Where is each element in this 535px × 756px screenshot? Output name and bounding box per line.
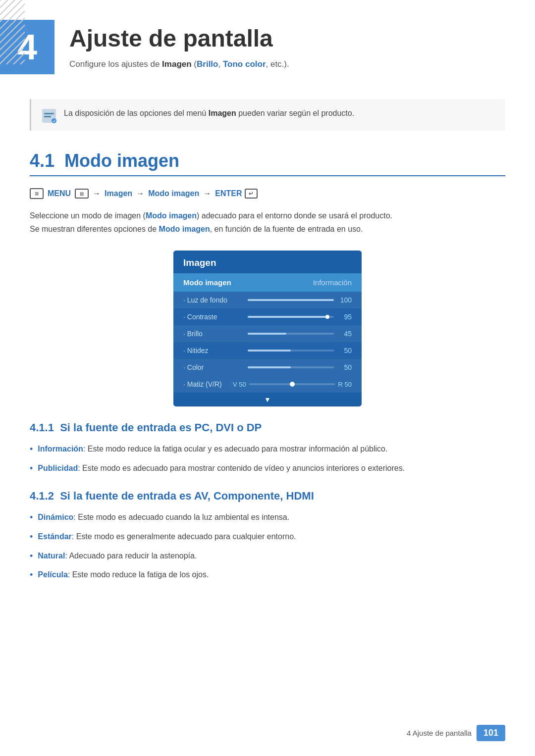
matiz-bar-track <box>249 383 335 385</box>
nav-arrow3: → <box>203 189 211 198</box>
matiz-v-label: V 50 <box>233 381 246 388</box>
section-412-title: 4.1.2 Si la fuente de entrada es AV, Com… <box>30 490 505 503</box>
subtitle-rest: , etc.). <box>266 59 289 69</box>
svg-rect-1 <box>0 0 25 64</box>
menu-item-value-brillo: 45 <box>337 330 352 338</box>
note-text: La disposición de las opciones del menú … <box>64 107 354 120</box>
nav-path: MENU ⊞ → Imagen → Modo imagen → ENTER ↵ <box>30 188 505 199</box>
bar-fill-contraste <box>248 316 329 318</box>
bar-fill-color <box>248 366 291 368</box>
section-412: 4.1.2 Si la fuente de entrada es AV, Com… <box>30 490 505 582</box>
menu-arrow-down: ▼ <box>173 393 362 406</box>
menu-subheader-col1: Modo imagen <box>173 273 303 292</box>
chapter-title-block: Ajuste de pantalla Configure los ajustes… <box>69 20 289 71</box>
bullet-bold-publicidad: Publicidad <box>38 461 78 475</box>
menu-item-label-nitidez: · Nitidez <box>183 347 248 354</box>
bullet-text-estandar: : Este modo es generalmente adecuado par… <box>72 530 296 543</box>
footer-text: 4 Ajuste de pantalla <box>407 729 472 737</box>
bullet-text-pelicula: : Este modo reduce la fatiga de los ojos… <box>68 568 209 581</box>
menu-item-contraste: · Contraste 95 <box>173 308 362 325</box>
menu-box: Imagen Modo imagen Información · Luz de … <box>173 251 362 406</box>
menu-header: Imagen <box>173 251 362 273</box>
chapter-subtitle: Configure los ajustes de Imagen (Brillo,… <box>69 58 289 71</box>
menu-item-luz: · Luz de fondo 100 <box>173 292 362 308</box>
menu-item-label-luz: · Luz de fondo <box>183 296 248 304</box>
enter-icon: ↵ <box>245 189 258 199</box>
svg-rect-4 <box>44 116 51 117</box>
note-icon: ✓ <box>41 108 57 124</box>
nav-arrow1: → <box>93 189 101 198</box>
menu-item-bar-contraste: 95 <box>248 313 352 321</box>
menu-item-matiz: · Matiz (V/R) V 50 R 50 <box>173 376 362 393</box>
section-412-list: Dinámico: Este modo es adecuado cuando l… <box>30 510 505 582</box>
subtitle-plain: Configure los ajustes de <box>69 59 162 69</box>
menu-item-value-color: 50 <box>337 363 352 371</box>
matiz-dot <box>290 382 295 387</box>
bar-track-contraste <box>248 316 334 318</box>
bullet-bold-estandar: Estándar <box>38 530 71 543</box>
menu-item-value-nitidez: 50 <box>337 347 352 354</box>
note-rest: pueden variar según el producto. <box>236 109 354 117</box>
menu-item-label-contraste: · Contraste <box>183 313 248 321</box>
nav-enter-label: ENTER <box>215 189 242 198</box>
list-item: Estándar: Este modo es generalmente adec… <box>30 530 505 544</box>
svg-rect-3 <box>44 113 54 114</box>
chapter-header: 4 Ajuste de pantalla Configure los ajust… <box>0 0 535 89</box>
bullet-text-informacion: : Este modo reduce la fatiga ocular y es… <box>83 442 388 455</box>
menu-subheader: Modo imagen Información <box>173 273 362 292</box>
subtitle-imagen: Imagen <box>162 59 192 69</box>
subtitle-brillo: Brillo <box>197 59 218 69</box>
bar-dot-contraste <box>325 315 329 319</box>
svg-text:✓: ✓ <box>53 119 56 124</box>
page-footer: 4 Ajuste de pantalla 101 <box>407 725 505 741</box>
list-item: Natural: Adecuado para reducir la asteno… <box>30 549 505 563</box>
subtitle-comma: , <box>218 59 222 69</box>
nav-menu-label: MENU <box>48 189 71 198</box>
bar-track-color <box>248 366 334 368</box>
bullet-bold-informacion: Información <box>38 442 83 455</box>
menu-item-bar-color: 50 <box>248 363 352 371</box>
body-text-1: Seleccione un modo de imagen (Modo image… <box>30 209 505 236</box>
note-bold: Imagen <box>209 109 236 117</box>
section-41-title: 4.1 Modo imagen <box>30 151 505 176</box>
bullet-bold-dinamico: Dinámico <box>38 510 73 524</box>
bullet-bold-pelicula: Película <box>38 568 67 581</box>
nav-menu-box: ⊞ <box>75 189 89 199</box>
menu-icon <box>30 188 44 199</box>
bullet-text-dinamico: : Este modo es adecuado cuando la luz am… <box>73 510 289 524</box>
menu-item-brillo: · Brillo 45 <box>173 325 362 342</box>
menu-item-label-color: · Color <box>183 363 248 371</box>
menu-item-color: · Color 50 <box>173 359 362 376</box>
footer-page-badge: 101 <box>477 725 505 741</box>
bar-track-luz <box>248 299 334 301</box>
bar-fill-luz <box>248 299 334 301</box>
menu-item-bar-luz: 100 <box>248 296 352 304</box>
list-item: Publicidad: Este modo es adecuado para m… <box>30 461 505 476</box>
bar-fill-brillo <box>248 333 286 335</box>
menu-item-bar-brillo: 45 <box>248 330 352 338</box>
bar-fill-nitidez <box>248 350 291 352</box>
menu-item-label-brillo: · Brillo <box>183 330 248 338</box>
page: 4 Ajuste de pantalla Configure los ajust… <box>0 0 535 756</box>
chapter-title: Ajuste de pantalla <box>69 25 289 52</box>
menu-screenshot: Imagen Modo imagen Información · Luz de … <box>30 251 505 406</box>
matiz-r-label: R 50 <box>338 381 352 388</box>
bullet-text-publicidad: : Este modo es adecuado para mostrar con… <box>78 461 405 475</box>
menu-item-nitidez: · Nitidez 50 <box>173 342 362 359</box>
bar-track-brillo <box>248 333 334 335</box>
matiz-center: V 50 R 50 <box>233 381 352 388</box>
menu-item-bar-nitidez: 50 <box>248 347 352 354</box>
nav-item1: Imagen <box>105 189 132 198</box>
note-plain: La disposición de las opciones del menú <box>64 109 209 117</box>
note-box: ✓ La disposición de las opciones del men… <box>30 99 505 131</box>
nav-item2: Modo imagen <box>148 189 199 198</box>
section-411-title: 4.1.1 Si la fuente de entrada es PC, DVI… <box>30 421 505 434</box>
section-411-list: Información: Este modo reduce la fatiga … <box>30 442 505 476</box>
list-item: Película: Este modo reduce la fatiga de … <box>30 568 505 582</box>
nav-arrow2: → <box>136 189 144 198</box>
menu-item-value-luz: 100 <box>337 296 352 304</box>
menu-item-value-contraste: 95 <box>337 313 352 321</box>
section-411: 4.1.1 Si la fuente de entrada es PC, DVI… <box>30 421 505 476</box>
bullet-bold-natural: Natural <box>38 549 65 562</box>
section-41: 4.1 Modo imagen MENU ⊞ → Imagen → Modo i… <box>0 151 535 582</box>
